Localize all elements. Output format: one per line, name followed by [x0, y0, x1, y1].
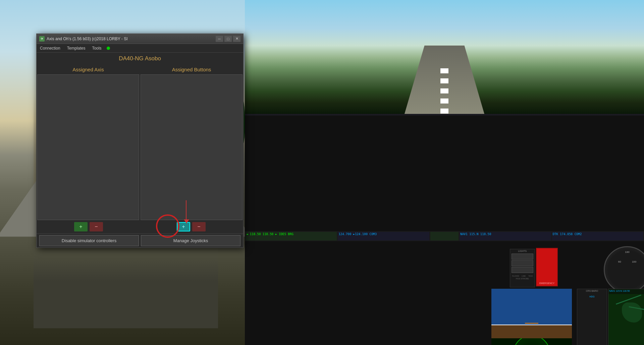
assignment-add-button[interactable]: + — [177, 222, 190, 231]
axis-buttons: + − — [38, 222, 139, 231]
arrow-head — [184, 219, 189, 223]
mfd-screen-1: CRS·BARO HDG — [577, 289, 607, 345]
aircraft-symbol — [525, 323, 538, 324]
disable-sim-button[interactable]: Disable simulator controllers — [39, 235, 139, 246]
content-area: Assigned Axis Assigned Buttons + − + − A… — [37, 65, 243, 233]
aircraft-title: DA40-NG Asobo — [37, 53, 243, 65]
arrow-indicator — [186, 200, 186, 220]
pfd-sky — [491, 289, 572, 325]
lights-panel: LIGHTS FLOODLNDTAXI POS STROBE — [510, 249, 535, 287]
minimize-button[interactable]: ─ — [216, 36, 223, 42]
compass-rose: 157° — [513, 338, 550, 345]
assignment-remove-button[interactable]: − — [192, 222, 206, 231]
menu-tools[interactable]: Tools — [91, 45, 103, 51]
pfd-screen — [491, 289, 572, 345]
manage-joysticks-button[interactable]: Manage Joysticks — [141, 235, 240, 246]
buttons-buttons: + − Add new assignment — [141, 222, 242, 231]
menu-templates[interactable]: Templates — [66, 45, 87, 51]
axis-add-button[interactable]: + — [74, 222, 88, 231]
window-controls: ─ □ ✕ — [216, 36, 240, 42]
axis-column-header: Assigned Axis — [37, 65, 140, 74]
button-row: + − + − Add new assignment — [37, 220, 243, 233]
menu-connection[interactable]: Connection — [39, 45, 62, 51]
menu-bar: Connection Templates Tools — [37, 44, 243, 53]
hsi-display: 157° HDG CRS — [491, 338, 572, 345]
axis-remove-button[interactable]: − — [90, 222, 103, 231]
connection-status-dot — [107, 47, 110, 50]
windshield-view — [245, 0, 644, 114]
cockpit-dashboard — [245, 0, 644, 119]
axis-data-column[interactable] — [37, 74, 139, 220]
emergency-switch: EMERGENCY — [536, 248, 558, 286]
data-columns — [37, 74, 243, 220]
window-title: Axis and Oh's (1.56 b03) (c)2018 LORBY -… — [47, 37, 216, 41]
close-button[interactable]: ✕ — [233, 36, 240, 42]
buttons-column-header: Assigned Buttons — [140, 65, 243, 74]
nav-map-1: NAV1 115.N 118.50 RANGE SCVCL — [608, 289, 644, 345]
app-window: ✈ Axis and Oh's (1.56 b03) (c)2018 LORBY… — [36, 33, 244, 248]
maximize-button[interactable]: □ — [224, 36, 232, 42]
pfd-horizon-line — [491, 325, 572, 325]
runway-centerline — [440, 68, 448, 114]
airspeed-gauge: 180 60 100 — [604, 246, 644, 293]
buttons-data-column[interactable] — [141, 74, 243, 220]
column-headers: Assigned Axis Assigned Buttons — [37, 65, 243, 74]
bg-right-cockpit: ◄ 118.50 118.50 ► IDES BRG 124.700 ►124.… — [245, 0, 644, 345]
app-icon: ✈ — [39, 36, 45, 42]
title-bar: ✈ Axis and Oh's (1.56 b03) (c)2018 LORBY… — [37, 34, 243, 44]
instrument-panel: ◄ 118.50 118.50 ► IDES BRG 124.700 ►124.… — [245, 116, 644, 345]
bottom-buttons: Disable simulator controllers Manage Joy… — [37, 233, 243, 248]
radio-panel: ◄ 118.50 118.50 ► IDES BRG 124.700 ►124.… — [245, 231, 644, 241]
